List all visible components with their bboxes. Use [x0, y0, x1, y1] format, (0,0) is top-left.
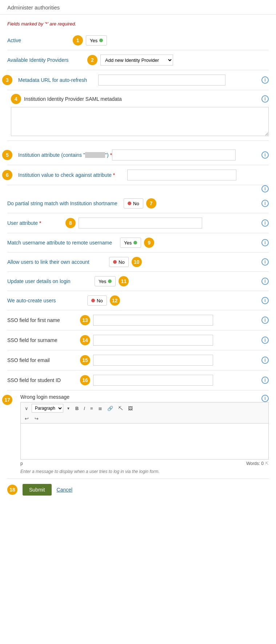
- step-badge-7: 7: [146, 198, 156, 208]
- editor-word-count: Words: 0: [246, 461, 264, 466]
- sso-email-info-icon[interactable]: i: [261, 357, 269, 364]
- sso-studentid-input[interactable]: [93, 375, 213, 386]
- update-details-label: Update user details on login: [7, 278, 95, 284]
- user-attr-label: User attribute *: [7, 220, 65, 226]
- update-details-toggle[interactable]: Yes: [95, 276, 116, 286]
- sso-surname-input[interactable]: [93, 335, 213, 346]
- metadata-url-label: Metadata URL for auto-refresh: [18, 77, 98, 83]
- update-details-row: Update user details on login Yes 11 i: [7, 272, 269, 291]
- toolbar-chevron[interactable]: ∨: [23, 405, 30, 412]
- institution-value-input[interactable]: [127, 170, 236, 180]
- saml-metadata-label: Institution Identity Provider SAML metad…: [24, 96, 122, 102]
- active-dot: [99, 39, 103, 42]
- metadata-url-info-icon[interactable]: i: [261, 76, 269, 84]
- institution-attr-info-icon[interactable]: i: [261, 151, 269, 159]
- sso-firstname-info-icon[interactable]: i: [261, 317, 269, 324]
- toolbar-numbered-list[interactable]: ≣: [96, 405, 104, 412]
- idp-label: Available Identity Providers: [7, 57, 87, 63]
- active-label: Active: [7, 37, 73, 43]
- institution-attr-row: 5 Institution attribute (contains " ") *…: [7, 145, 269, 165]
- editor-hint: Enter a message to display when a user t…: [20, 469, 160, 474]
- saml-metadata-textarea[interactable]: [11, 107, 269, 136]
- step-badge-10: 10: [132, 257, 142, 267]
- toolbar-unlink[interactable]: ⛏: [116, 405, 125, 412]
- toolbar-bullet-list[interactable]: ≡: [88, 405, 95, 412]
- auto-create-dot: [91, 299, 95, 302]
- sso-firstname-row: SSO field for first name 13 i: [7, 310, 269, 330]
- allow-link-info-icon[interactable]: i: [261, 258, 269, 266]
- sso-surname-info-icon[interactable]: i: [261, 337, 269, 344]
- sso-email-label: SSO field for email: [7, 357, 80, 363]
- step-badge-3: 3: [2, 75, 12, 85]
- institution-attr-label: Institution attribute (contains " ") *: [18, 152, 112, 158]
- page-header: Administer authorities: [0, 0, 276, 15]
- auto-create-toggle[interactable]: No: [87, 295, 107, 306]
- match-username-label: Match username attribute to remote usern…: [7, 240, 120, 246]
- match-username-info-icon[interactable]: i: [261, 239, 269, 246]
- partial-match-label: Do partial string match with Institution…: [7, 200, 124, 206]
- sso-studentid-row: SSO field for student ID 16 i: [7, 370, 269, 390]
- required-note: Fields marked by '*' are required.: [7, 21, 269, 27]
- step-badge-17: 17: [2, 395, 12, 405]
- sso-email-input[interactable]: [93, 355, 213, 366]
- toolbar-italic[interactable]: I: [82, 405, 87, 412]
- allow-link-toggle[interactable]: No: [109, 257, 129, 267]
- partial-match-toggle[interactable]: No: [124, 198, 143, 208]
- step-badge-1: 1: [73, 35, 83, 45]
- partial-match-row: Do partial string match with Institution…: [7, 194, 269, 213]
- idp-select[interactable]: Add new Identity Provider: [100, 55, 173, 65]
- step-badge-18: 18: [7, 485, 17, 495]
- toolbar-undo[interactable]: ↩: [23, 415, 31, 422]
- user-attr-row: User attribute * 8 i: [7, 213, 269, 233]
- institution-value-info-icon[interactable]: i: [261, 185, 269, 192]
- step-badge-12: 12: [110, 295, 120, 306]
- match-username-toggle[interactable]: Yes: [120, 238, 141, 248]
- step-badge-15: 15: [80, 355, 90, 365]
- editor-paragraph-tag: p: [20, 461, 23, 466]
- auto-create-row: We auto-create users No 12 i: [7, 291, 269, 310]
- sso-studentid-label: SSO field for student ID: [7, 377, 80, 383]
- metadata-url-row: 3 Metadata URL for auto-refresh i: [7, 70, 269, 90]
- toolbar-chevron2[interactable]: ▼: [65, 406, 72, 411]
- wrong-login-editor[interactable]: [20, 423, 269, 460]
- step-badge-2: 2: [87, 55, 97, 65]
- step-badge-5: 5: [2, 150, 12, 160]
- user-attr-info-icon[interactable]: i: [261, 219, 269, 227]
- active-toggle[interactable]: Yes: [86, 35, 107, 45]
- auto-create-info-icon[interactable]: i: [261, 297, 269, 304]
- allow-link-label: Allow users to link their own account: [7, 259, 109, 265]
- editor-toolbar: ∨ Paragraph ▼ B I ≡ ≣ 🔗 ⛏ 🖼: [20, 402, 269, 414]
- sso-studentid-info-icon[interactable]: i: [261, 377, 269, 384]
- partial-match-info-icon[interactable]: i: [261, 200, 269, 207]
- step-badge-6: 6: [2, 170, 12, 180]
- cancel-link[interactable]: Cancel: [57, 487, 73, 493]
- wrong-login-info-icon[interactable]: i: [261, 395, 269, 402]
- sso-surname-row: SSO field for surname 14 i: [7, 330, 269, 350]
- toolbar-redo[interactable]: ↪: [33, 415, 40, 422]
- institution-value-label: Institution value to check against attri…: [18, 172, 127, 178]
- active-row: Active 1 Yes: [7, 31, 269, 50]
- step-badge-9: 9: [144, 238, 154, 248]
- submit-button[interactable]: Submit: [23, 484, 52, 496]
- wrong-login-label: Wrong login message: [20, 394, 69, 400]
- match-username-row: Match username attribute to remote usern…: [7, 233, 269, 253]
- toolbar-bold[interactable]: B: [73, 405, 80, 412]
- allow-link-row: Allow users to link their own account No…: [7, 253, 269, 272]
- step-badge-14: 14: [80, 335, 90, 345]
- institution-attr-input[interactable]: [112, 150, 236, 160]
- saml-metadata-row: 4 Institution Identity Provider SAML met…: [7, 90, 269, 141]
- update-details-info-icon[interactable]: i: [261, 278, 269, 285]
- toolbar-image[interactable]: 🖼: [126, 405, 135, 412]
- allow-link-dot: [113, 260, 117, 264]
- idp-row: Available Identity Providers 2 Add new I…: [7, 50, 269, 70]
- auto-create-label: We auto-create users: [7, 298, 87, 303]
- user-attr-input[interactable]: [79, 218, 202, 228]
- sso-surname-label: SSO field for surname: [7, 337, 80, 343]
- wrong-login-row: 17 Wrong login message ∨ Paragraph ▼ B I…: [7, 390, 269, 479]
- sso-firstname-input[interactable]: [93, 315, 213, 326]
- toolbar-link[interactable]: 🔗: [105, 405, 115, 412]
- toolbar-paragraph-select[interactable]: Paragraph: [32, 404, 63, 413]
- saml-metadata-info-icon[interactable]: i: [261, 95, 269, 103]
- sso-firstname-label: SSO field for first name: [7, 317, 80, 323]
- metadata-url-input[interactable]: [98, 75, 225, 86]
